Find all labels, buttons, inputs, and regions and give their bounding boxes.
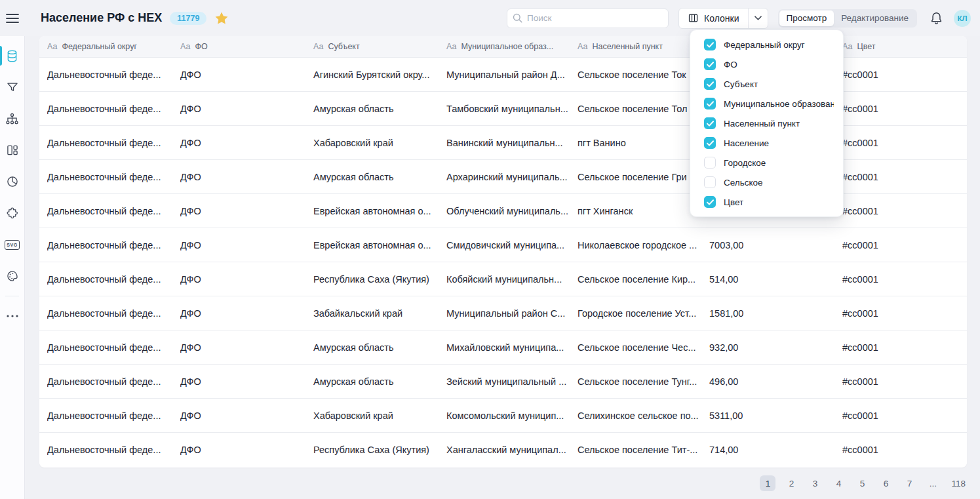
table-cell[interactable]: Дальневосточный феде... (47, 342, 180, 353)
checkbox-checked-icon[interactable] (704, 78, 716, 90)
table-cell[interactable]: #cc0001 (842, 104, 967, 114)
pagination-page-button[interactable]: 2 (783, 475, 799, 491)
column-header[interactable]: АаФО (180, 42, 313, 51)
table-cell[interactable]: Забайкальский край (313, 308, 446, 319)
table-cell[interactable]: Республика Саха (Якутия) (313, 445, 446, 455)
column-visibility-item[interactable]: Городское (690, 153, 843, 172)
table-cell[interactable]: #cc0001 (842, 445, 967, 455)
pagination-page-button[interactable]: 5 (854, 475, 870, 491)
table-cell[interactable]: Агинский Бурятский окру... (313, 70, 446, 80)
table-row[interactable]: Дальневосточный феде...ДФОАмурская облас… (39, 330, 967, 365)
table-cell[interactable]: ДФО (180, 138, 313, 148)
checkbox-checked-icon[interactable] (704, 98, 716, 110)
table-cell[interactable]: Архаринский муниципаль... (446, 172, 578, 182)
table-cell[interactable]: Муниципальный район Д... (446, 70, 578, 80)
table-cell[interactable]: #cc0001 (842, 240, 967, 250)
table-cell[interactable]: 5311,00 (709, 410, 842, 421)
table-cell[interactable]: Муниципальный район С... (446, 308, 578, 319)
column-visibility-item[interactable]: ФО (690, 54, 843, 74)
table-cell[interactable]: Облученский муниципаль... (446, 206, 578, 216)
notifications-bell-icon[interactable] (930, 11, 943, 25)
checkbox-checked-icon[interactable] (704, 39, 716, 50)
pagination-page-button[interactable]: 6 (878, 475, 893, 491)
table-cell[interactable]: #cc0001 (842, 342, 967, 353)
sidebar-item-plugins[interactable] (0, 197, 24, 229)
table-cell[interactable]: Дальневосточный феде... (47, 172, 180, 182)
checkbox-unchecked-icon[interactable] (704, 176, 716, 188)
table-row[interactable]: Дальневосточный феде...ДФОРеспублика Сах… (39, 433, 967, 467)
table-cell[interactable]: Сельское поселение Чес... (578, 342, 709, 353)
table-cell[interactable]: Амурская область (313, 104, 446, 114)
table-cell[interactable]: Амурская область (313, 172, 446, 182)
table-cell[interactable]: #cc0001 (842, 376, 967, 387)
column-visibility-item[interactable]: Федеральный округ (690, 35, 843, 54)
table-cell[interactable]: #cc0001 (842, 308, 967, 319)
sidebar-item-filters[interactable] (0, 71, 24, 103)
table-cell[interactable]: Еврейская автономная о... (313, 206, 446, 216)
column-visibility-item[interactable]: Населенный пункт (690, 113, 843, 133)
column-visibility-item[interactable]: Цвет (690, 192, 843, 212)
table-cell[interactable]: Сельское поселение Тит-... (578, 445, 709, 455)
sidebar-item-svg-export[interactable]: SVG (0, 229, 24, 260)
table-cell[interactable]: ДФО (180, 342, 313, 353)
table-cell[interactable]: Дальневосточный феде... (47, 138, 180, 148)
table-cell[interactable]: ДФО (180, 376, 313, 387)
table-cell[interactable]: Городское поселение Уст... (578, 308, 709, 319)
table-cell[interactable]: ДФО (180, 445, 313, 455)
columns-dropdown-caret[interactable] (749, 9, 768, 28)
checkbox-checked-icon[interactable] (704, 137, 716, 149)
sidebar-item-layout[interactable] (0, 134, 24, 166)
table-cell[interactable]: ДФО (180, 410, 313, 421)
table-cell[interactable]: Дальневосточный феде... (47, 376, 180, 387)
table-cell[interactable]: 714,00 (709, 445, 842, 455)
table-cell[interactable]: 514,00 (709, 274, 842, 285)
table-cell[interactable]: Селихинское сельское по... (578, 410, 709, 421)
column-header[interactable]: АаСубъект (313, 42, 446, 51)
table-cell[interactable]: Дальневосточный феде... (47, 206, 180, 216)
table-cell[interactable]: Еврейская автономная о... (313, 240, 446, 250)
table-cell[interactable]: Амурская область (313, 342, 446, 353)
table-cell[interactable]: Дальневосточный феде... (47, 240, 180, 250)
column-visibility-item[interactable]: Сельское (690, 172, 843, 192)
sidebar-item-database[interactable] (0, 40, 24, 71)
table-cell[interactable]: Кобяйский муниципальн... (446, 274, 578, 285)
pagination-page-button[interactable]: 3 (807, 475, 823, 491)
favorite-star-icon[interactable] (215, 12, 228, 24)
table-cell[interactable]: #cc0001 (842, 138, 967, 148)
table-cell[interactable]: Тамбовский муниципальн... (446, 104, 578, 114)
table-cell[interactable]: Хабаровский край (313, 138, 446, 148)
table-cell[interactable]: Хабаровский край (313, 410, 446, 421)
table-cell[interactable]: ДФО (180, 240, 313, 250)
table-cell[interactable]: Михайловский муниципа... (446, 342, 578, 353)
pagination-page-button[interactable]: 118 (949, 475, 968, 491)
table-cell[interactable]: Дальневосточный феде... (47, 410, 180, 421)
column-visibility-item[interactable]: Население (690, 133, 843, 153)
table-cell[interactable]: ДФО (180, 308, 313, 319)
search-input[interactable] (507, 9, 669, 28)
column-visibility-item[interactable]: Субъект (690, 74, 843, 94)
table-cell[interactable]: Зейский муниципальный ... (446, 376, 578, 387)
table-cell[interactable]: ДФО (180, 172, 313, 182)
table-cell[interactable]: Амурская область (313, 376, 446, 387)
table-row[interactable]: Дальневосточный феде...ДФОХабаровский кр… (39, 399, 967, 433)
table-cell[interactable]: ДФО (180, 70, 313, 80)
table-cell[interactable]: ДФО (180, 104, 313, 114)
tab-edit-mode[interactable]: Редактирование (834, 10, 916, 26)
table-cell[interactable]: Республика Саха (Якутия) (313, 274, 446, 285)
table-row[interactable]: Дальневосточный феде...ДФОЗабайкальский … (39, 296, 967, 330)
sidebar-item-charts[interactable] (0, 166, 24, 197)
column-header[interactable]: АаФедеральный округ (47, 42, 180, 51)
table-cell[interactable]: Николаевское городское ... (578, 240, 709, 250)
table-cell[interactable]: Сельское поселение Тунг... (578, 376, 709, 387)
checkbox-checked-icon[interactable] (704, 58, 716, 70)
checkbox-checked-icon[interactable] (704, 117, 716, 129)
pagination-page-button[interactable]: 1 (760, 475, 775, 491)
table-row[interactable]: Дальневосточный феде...ДФОРеспублика Сах… (39, 262, 967, 296)
table-cell[interactable]: Ванинский муниципальн... (446, 138, 578, 148)
checkbox-checked-icon[interactable] (704, 196, 716, 208)
table-cell[interactable]: Смидовичский муниципа... (446, 240, 578, 250)
tab-view-mode[interactable]: Просмотр (779, 10, 834, 26)
table-cell[interactable]: #cc0001 (842, 172, 967, 182)
table-cell[interactable]: #cc0001 (842, 206, 967, 216)
table-cell[interactable]: Дальневосточный феде... (47, 308, 180, 319)
